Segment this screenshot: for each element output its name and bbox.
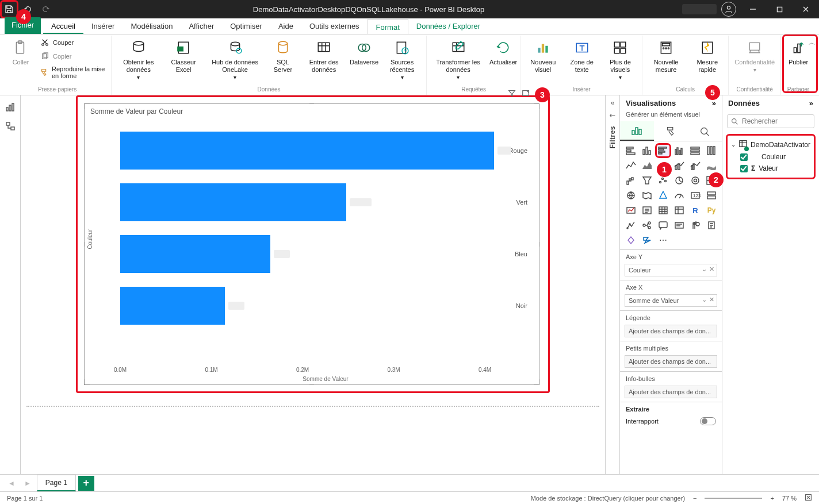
viz-clustered-bar[interactable]: [657, 145, 669, 156]
menu-format[interactable]: Format: [368, 19, 408, 34]
chevron-down-icon[interactable]: ⌄: [702, 266, 707, 273]
page-prev-button[interactable]: ◄: [5, 479, 18, 487]
viz-ribbon[interactable]: [705, 160, 718, 171]
viz-card[interactable]: 123: [689, 190, 702, 201]
viz-stacked-column[interactable]: [641, 145, 653, 156]
well-axe-x[interactable]: Somme de Valeur⌄✕: [625, 294, 717, 307]
viz-100stacked-bar[interactable]: [689, 145, 702, 156]
viz-line-clustered[interactable]: [689, 160, 702, 171]
viz-clustered-column[interactable]: [673, 145, 686, 156]
bar-noir[interactable]: [120, 287, 225, 325]
sensitivity-button[interactable]: Confidentialité▾: [732, 37, 777, 75]
collapse-viz-pane-icon[interactable]: »: [712, 99, 716, 107]
maximize-button[interactable]: [766, 0, 793, 18]
viz-tab-build[interactable]: [620, 121, 654, 141]
format-painter-button[interactable]: Reproduire la mise en forme: [38, 64, 108, 80]
remove-field-icon[interactable]: ✕: [709, 296, 714, 303]
well-tooltips[interactable]: Ajouter des champs de don...: [625, 386, 717, 398]
viz-python[interactable]: Py: [705, 205, 718, 216]
minimize-button[interactable]: [740, 0, 766, 18]
viz-paginated[interactable]: [705, 220, 718, 231]
refresh-button[interactable]: Actualiser: [489, 37, 517, 67]
bar-rouge[interactable]: [120, 132, 494, 170]
viz-power-apps[interactable]: [625, 234, 637, 246]
bar-vert[interactable]: [120, 183, 346, 221]
transform-data-button[interactable]: Transformer les données▾: [430, 37, 486, 82]
model-view-button[interactable]: [5, 121, 16, 132]
new-measure-button[interactable]: Nouvelle mesure: [646, 37, 686, 75]
zoom-in-button[interactable]: +: [770, 495, 774, 502]
viz-goals[interactable]: [689, 220, 702, 231]
quick-measure-button[interactable]: Mesure rapide: [690, 37, 725, 75]
viz-line-stacked[interactable]: [673, 160, 686, 171]
search-fields-input[interactable]: Rechercher: [727, 114, 814, 128]
zoom-slider[interactable]: [705, 498, 762, 499]
expand-icon[interactable]: ⌄: [731, 141, 736, 148]
viz-map[interactable]: [625, 190, 637, 201]
zoom-out-button[interactable]: −: [693, 495, 696, 502]
viz-waterfall[interactable]: [625, 175, 637, 186]
viz-matrix[interactable]: [673, 205, 686, 216]
viz-pie[interactable]: [673, 175, 686, 186]
viz-donut[interactable]: [689, 175, 702, 186]
viz-r[interactable]: R: [689, 205, 702, 216]
viz-gauge[interactable]: [673, 190, 686, 201]
filter-icon[interactable]: [508, 89, 516, 99]
well-small-multiples[interactable]: Ajouter des champs de don...: [625, 355, 717, 368]
enter-data-button[interactable]: Entrer des données: [301, 37, 347, 75]
text-box-button[interactable]: Zone de texte: [565, 37, 598, 75]
checkbox-icon[interactable]: [740, 165, 748, 172]
remove-field-icon[interactable]: ✕: [709, 266, 714, 273]
publish-button[interactable]: Publier: [784, 37, 812, 67]
viz-stacked-bar[interactable]: [625, 145, 637, 156]
chevron-down-icon[interactable]: ⌄: [702, 296, 707, 303]
bar-bleu[interactable]: [120, 235, 270, 273]
viz-qa[interactable]: [657, 220, 669, 231]
filters-pane-collapsed[interactable]: « Filtres: [605, 95, 620, 474]
copy-button[interactable]: Copier: [38, 51, 108, 62]
user-avatar[interactable]: [721, 2, 736, 17]
field-couleur[interactable]: Couleur: [730, 151, 812, 163]
bar-chart-visual[interactable]: ⋯ Somme de Valeur par Couleur Couleur Ro…: [84, 103, 539, 385]
viz-slicer[interactable]: [641, 205, 653, 216]
menu-accueil[interactable]: Accueil: [43, 18, 83, 34]
menu-modelisation[interactable]: Modélisation: [123, 18, 181, 34]
table-node[interactable]: ⌄ DemoDataActivator: [730, 138, 812, 151]
viz-azure-map[interactable]: [657, 190, 669, 201]
excel-workbook-button[interactable]: Classeur Excel: [166, 37, 202, 75]
more-visuals-button[interactable]: Plus de visuels▾: [602, 37, 638, 82]
new-visual-button[interactable]: Nouveau visuel: [525, 37, 561, 75]
checkbox-icon[interactable]: [740, 153, 748, 161]
viz-table[interactable]: [657, 205, 669, 216]
collapse-data-pane-icon[interactable]: »: [809, 99, 813, 107]
cross-report-toggle[interactable]: [700, 417, 716, 425]
collapse-ribbon-button[interactable]: ︿: [809, 38, 816, 48]
fit-to-page-button[interactable]: [805, 494, 812, 502]
field-valeur[interactable]: Σ Valeur: [730, 163, 812, 174]
report-view-button[interactable]: [5, 101, 16, 113]
menu-donnees-explorer[interactable]: Données / Explorer: [408, 18, 488, 34]
viz-line[interactable]: [625, 160, 637, 171]
viz-get-more[interactable]: ⋯: [657, 234, 669, 246]
well-legend[interactable]: Ajouter des champs de don...: [625, 325, 717, 337]
viz-filled-map[interactable]: [641, 190, 653, 201]
viz-tab-format[interactable]: [654, 121, 688, 141]
menu-aide[interactable]: Aide: [270, 18, 301, 34]
well-axe-y[interactable]: Couleur⌄✕: [625, 264, 717, 276]
recent-sources-button[interactable]: Sources récentes▾: [381, 37, 423, 82]
close-button[interactable]: [793, 0, 819, 18]
cut-button[interactable]: Couper: [38, 37, 108, 48]
viz-100stacked-column[interactable]: [705, 145, 718, 156]
focus-mode-icon[interactable]: [522, 89, 530, 99]
viz-area[interactable]: [641, 160, 653, 171]
viz-kpi[interactable]: [625, 205, 637, 216]
menu-inserer[interactable]: Insérer: [83, 18, 123, 34]
viz-multirow-card[interactable]: [705, 190, 718, 201]
paste-button[interactable]: Coller: [7, 37, 35, 67]
viz-power-automate[interactable]: [641, 234, 653, 246]
menu-outils-externes[interactable]: Outils externes: [301, 18, 368, 34]
get-data-button[interactable]: Obtenir les données▾: [115, 37, 162, 82]
menu-afficher[interactable]: Afficher: [181, 18, 222, 34]
viz-funnel[interactable]: [641, 175, 653, 186]
sql-server-button[interactable]: SQL Server: [269, 37, 298, 75]
